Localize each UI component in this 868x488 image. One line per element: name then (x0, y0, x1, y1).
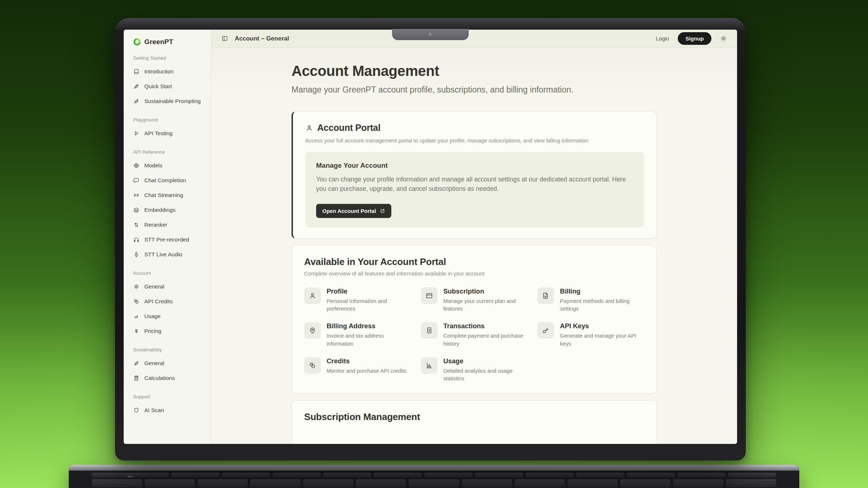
open-account-portal-button[interactable]: Open Account Portal (316, 204, 391, 218)
sidebar: GreenPT Getting Started Introduction Qui… (124, 30, 211, 444)
sidebar-item-models[interactable]: Models (133, 158, 207, 173)
sidebar-item-stt-live-audio[interactable]: STT Live Audio (133, 247, 207, 262)
sidebar-item-quick-start[interactable]: Quick Start (133, 79, 207, 94)
feature-title: Usage (443, 357, 528, 365)
external-link-icon (380, 208, 385, 214)
feature-description: Detailed analytics and usage statistics (443, 367, 528, 383)
sidebar-section-api-reference: API Reference Models Chat Completion Cha… (133, 149, 207, 262)
user-icon (304, 287, 321, 304)
card-description: Access your full account management port… (305, 137, 644, 144)
sidebar-item-reranker[interactable]: Reranker (133, 217, 207, 232)
laptop-base: esc tab Q W E (69, 465, 799, 488)
broadcast-icon (133, 192, 140, 198)
keyboard-key (620, 479, 671, 487)
sidebar-section-playground: Playground API Testing (133, 117, 207, 141)
keyboard-key (726, 479, 776, 487)
feature-description: Monitor and purchase API credits (327, 367, 407, 375)
sidebar-item-pricing[interactable]: $ Pricing (133, 324, 207, 338)
browser-viewport: GreenPT Getting Started Introduction Qui… (124, 30, 737, 444)
keyboard-key (576, 473, 624, 478)
keyboard-function-row: esc (92, 473, 776, 478)
feature-title: Transactions (443, 322, 528, 330)
keyboard-key (273, 473, 321, 478)
keyboard-key (673, 479, 723, 487)
key-icon (537, 322, 554, 339)
chat-bubble-icon (133, 177, 140, 184)
sidebar-item-api-credits[interactable]: API Credits (133, 294, 207, 309)
greenpt-logo-icon (133, 38, 141, 46)
panel-title: Manage Your Account (316, 162, 633, 170)
content-scroll-area[interactable]: Account Management Manage your GreenPT a… (211, 48, 737, 444)
book-icon (133, 68, 140, 75)
feature-usage: Usage Detailed analytics and usage stati… (421, 357, 528, 383)
keyboard-key (475, 473, 523, 478)
webcam (429, 33, 433, 37)
chart-axis-icon (421, 357, 438, 374)
feature-subscription: Subscription Manage your current plan an… (421, 287, 528, 313)
sidebar-item-chat-completion[interactable]: Chat Completion (133, 173, 207, 188)
section-label: API Reference (133, 149, 207, 155)
keyboard-key (409, 479, 459, 487)
signup-button[interactable]: Signup (678, 32, 711, 45)
keyboard-key (145, 479, 195, 487)
dollar-icon: $ (133, 328, 140, 334)
sidebar-item-usage[interactable]: Usage (133, 309, 207, 324)
sidebar-item-chat-streaming[interactable]: Chat Streaming (133, 188, 207, 202)
feature-grid: Profile Personal information and prefere… (304, 287, 644, 383)
feature-title: Subscription (443, 287, 528, 295)
shield-icon (133, 407, 140, 414)
feature-description: Personal information and preferences (327, 297, 411, 313)
sidebar-section-sustainability: Sustainability General Calculations (133, 347, 207, 385)
section-label: Getting Started (133, 55, 207, 61)
sidebar-item-sustainable-prompting[interactable]: Sustainable Prompting (133, 94, 207, 108)
feature-api-keys: API Keys Generate and manage your API ke… (537, 322, 644, 348)
feature-description: Payment methods and billing settings (560, 297, 644, 313)
sidebar-item-calculations[interactable]: Calculations (133, 371, 207, 385)
section-label: Account (133, 270, 207, 276)
feature-transactions: $ Transactions Complete payment and purc… (421, 322, 528, 348)
logo-text: GreenPT (144, 38, 173, 46)
document-icon (537, 287, 554, 304)
feature-title: Profile (327, 287, 411, 295)
sidebar-item-account-general[interactable]: General (133, 279, 207, 294)
leaf-icon (133, 98, 140, 104)
logo[interactable]: GreenPT (133, 37, 207, 47)
coins-icon (133, 298, 140, 305)
user-icon (305, 124, 313, 132)
keyboard-key (303, 479, 353, 487)
sidebar-item-introduction[interactable]: Introduction (133, 64, 207, 79)
keyboard-key (92, 479, 142, 487)
keyboard-key (424, 473, 472, 478)
sidebar-item-stt-pre-recorded[interactable]: STT Pre-recorded (133, 232, 207, 247)
laptop-deck-edge (69, 465, 799, 471)
keyboard-key (323, 473, 371, 478)
sidebar-item-embeddings[interactable]: Embeddings (133, 202, 207, 217)
topbar: Account – General Login Signup (211, 30, 737, 48)
sidebar-item-ai-scan[interactable]: AI Scan (133, 403, 207, 418)
section-label: Sustainability (133, 347, 207, 352)
chip-icon (133, 162, 140, 169)
feature-billing-address: Billing Address Invoice and tax address … (304, 322, 411, 348)
features-card: Available in Your Account Portal Complet… (292, 245, 657, 394)
sidebar-item-sustainability-general[interactable]: General (133, 356, 207, 371)
sidebar-section-support: Support AI Scan (133, 394, 207, 418)
keyboard-key (250, 479, 301, 487)
keyboard-key (526, 473, 574, 478)
card-title: Subscription Management (304, 411, 644, 423)
topbar-right: Login Signup (656, 32, 727, 45)
theme-toggle-sun-icon[interactable] (720, 35, 727, 42)
keyboard-key (677, 473, 726, 478)
sidebar-item-api-testing[interactable]: API Testing (133, 126, 207, 141)
rocket-icon (133, 83, 140, 90)
page-breadcrumb-title: Account – General (235, 35, 289, 42)
keyboard-key (462, 479, 512, 487)
page-subtitle: Manage your GreenPT account profile, sub… (292, 85, 657, 95)
keyboard-key (627, 473, 675, 478)
topbar-left: Account – General (221, 35, 289, 42)
microphone-icon (133, 251, 140, 258)
map-pin-icon (304, 322, 321, 339)
sidebar-toggle-icon[interactable] (221, 35, 228, 42)
login-link[interactable]: Login (656, 35, 669, 42)
coins-icon (304, 357, 321, 374)
manage-account-panel: Manage Your Account You can change your … (305, 152, 644, 227)
